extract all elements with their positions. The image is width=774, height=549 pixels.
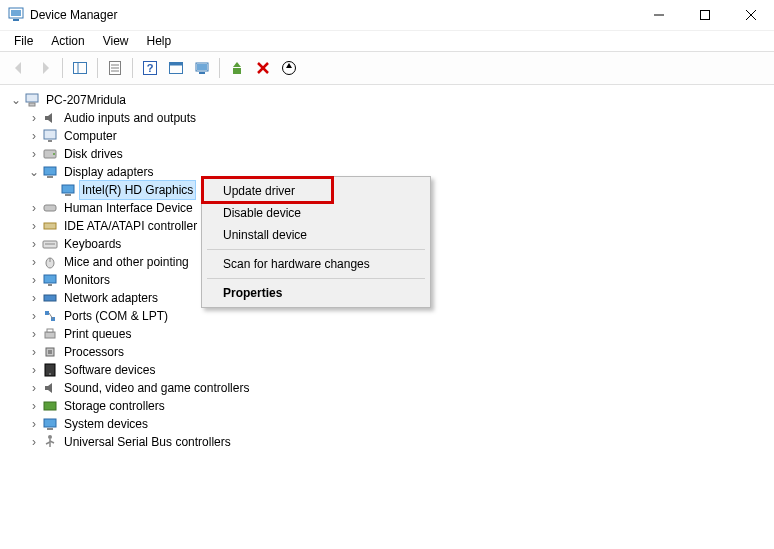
tree-label: Print queues (62, 325, 133, 343)
tree-item-sound[interactable]: › Sound, video and game controllers (4, 379, 770, 397)
tree-item-software[interactable]: › Software devices (4, 361, 770, 379)
menu-help[interactable]: Help (139, 32, 180, 50)
update-driver-button[interactable] (190, 56, 214, 80)
expand-icon[interactable]: › (26, 271, 42, 289)
expand-icon[interactable]: › (26, 235, 42, 253)
maximize-button[interactable] (682, 0, 728, 30)
tree-item-usb[interactable]: › Universal Serial Bus controllers (4, 433, 770, 451)
collapse-icon[interactable]: ⌄ (26, 163, 42, 181)
ctx-uninstall-device[interactable]: Uninstall device (205, 224, 427, 246)
expand-icon[interactable]: › (26, 289, 42, 307)
ctx-properties[interactable]: Properties (205, 282, 427, 304)
expand-icon[interactable]: › (26, 109, 42, 127)
expand-icon[interactable]: › (26, 397, 42, 415)
storage-icon (42, 398, 58, 414)
svg-point-51 (49, 373, 51, 375)
svg-rect-40 (44, 275, 56, 283)
tree-item-disk[interactable]: › Disk drives (4, 145, 770, 163)
svg-rect-19 (199, 72, 205, 74)
collapse-icon[interactable]: ⌄ (8, 91, 24, 109)
expand-icon[interactable]: › (26, 361, 42, 379)
tree-label: IDE ATA/ATAPI controller (62, 217, 199, 235)
tree-item-ports[interactable]: › Ports (COM & LPT) (4, 307, 770, 325)
expand-icon[interactable]: › (26, 307, 42, 325)
expand-icon[interactable]: › (26, 217, 42, 235)
expand-icon[interactable]: › (26, 253, 42, 271)
tree-item-processors[interactable]: › Processors (4, 343, 770, 361)
svg-rect-41 (48, 284, 52, 286)
menu-action[interactable]: Action (43, 32, 92, 50)
tree-item-printq[interactable]: › Print queues (4, 325, 770, 343)
expand-icon[interactable]: › (26, 415, 42, 433)
expand-icon[interactable]: › (26, 325, 42, 343)
ctx-disable-device[interactable]: Disable device (205, 202, 427, 224)
expand-icon[interactable]: › (26, 343, 42, 361)
show-hide-tree-button[interactable] (68, 56, 92, 80)
display-adapter-icon (42, 164, 58, 180)
svg-rect-42 (44, 295, 56, 301)
expand-icon[interactable]: › (26, 433, 42, 451)
network-icon (42, 290, 58, 306)
svg-rect-35 (44, 223, 56, 229)
uninstall-device-button[interactable] (251, 56, 275, 80)
software-icon (42, 362, 58, 378)
forward-button[interactable] (33, 56, 57, 80)
expand-icon[interactable]: › (26, 145, 42, 163)
action-button[interactable] (164, 56, 188, 80)
toolbar: ? (0, 51, 774, 85)
tree-label: Disk drives (62, 145, 125, 163)
close-button[interactable] (728, 0, 774, 30)
computer-icon (24, 92, 40, 108)
back-button[interactable] (7, 56, 31, 80)
separator (62, 58, 63, 78)
ide-icon (42, 218, 58, 234)
svg-rect-54 (47, 428, 53, 430)
svg-text:?: ? (147, 62, 154, 74)
port-icon (42, 308, 58, 324)
printer-icon (42, 326, 58, 342)
tree-label: Network adapters (62, 289, 160, 307)
separator (219, 58, 220, 78)
svg-rect-30 (44, 167, 56, 175)
keyboard-icon (42, 236, 58, 252)
ctx-update-driver[interactable]: Update driver (205, 180, 427, 202)
tree-item-system[interactable]: › System devices (4, 415, 770, 433)
menubar: File Action View Help (0, 31, 774, 51)
separator (207, 249, 425, 250)
tree-item-storage[interactable]: › Storage controllers (4, 397, 770, 415)
tree-label: Software devices (62, 361, 157, 379)
expand-icon[interactable]: › (26, 199, 42, 217)
tree-label: Storage controllers (62, 397, 167, 415)
speaker-icon (42, 380, 58, 396)
svg-rect-49 (48, 350, 52, 354)
svg-rect-7 (74, 63, 87, 74)
expand-icon[interactable]: › (26, 127, 42, 145)
separator (97, 58, 98, 78)
ctx-scan-hardware[interactable]: Scan for hardware changes (205, 253, 427, 275)
enable-device-button[interactable] (225, 56, 249, 80)
scan-hardware-button[interactable] (277, 56, 301, 80)
expand-icon[interactable]: › (26, 379, 42, 397)
svg-rect-46 (45, 332, 55, 338)
system-icon (42, 416, 58, 432)
tree-root-label: PC-207Mridula (44, 91, 128, 109)
help-button[interactable]: ? (138, 56, 162, 80)
svg-rect-47 (47, 329, 53, 332)
svg-rect-2 (13, 19, 19, 21)
tree-item-computer[interactable]: › Computer (4, 127, 770, 145)
svg-rect-4 (701, 11, 710, 20)
tree-root[interactable]: ⌄ PC-207Mridula (4, 91, 770, 109)
cpu-icon (42, 344, 58, 360)
menu-view[interactable]: View (95, 32, 137, 50)
properties-button[interactable] (103, 56, 127, 80)
svg-rect-34 (44, 205, 56, 211)
tree-item-audio[interactable]: › Audio inputs and outputs (4, 109, 770, 127)
minimize-button[interactable] (636, 0, 682, 30)
menu-file[interactable]: File (6, 32, 41, 50)
disk-icon (42, 146, 58, 162)
separator (132, 58, 133, 78)
tree-label: Mice and other pointing (62, 253, 191, 271)
app-icon (8, 7, 24, 23)
titlebar: Device Manager (0, 0, 774, 31)
tree-label: System devices (62, 415, 150, 433)
